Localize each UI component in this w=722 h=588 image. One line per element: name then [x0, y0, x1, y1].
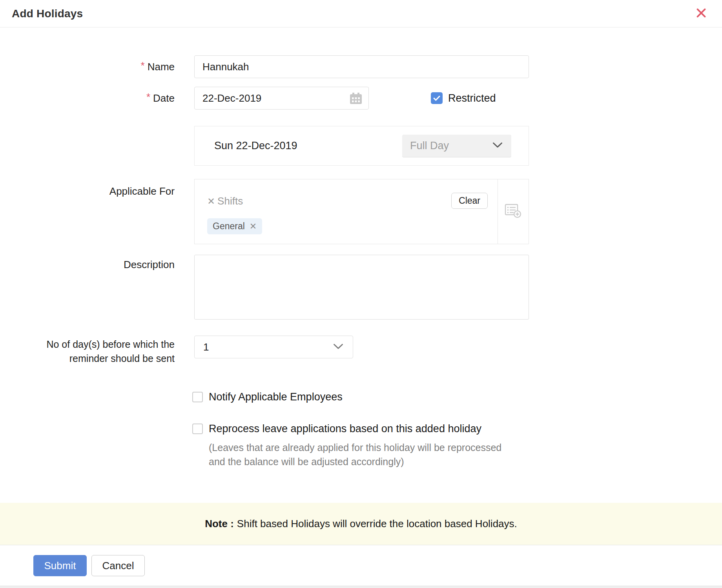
category-tag-label: Shifts — [217, 195, 243, 207]
submit-button[interactable]: Submit — [33, 555, 87, 576]
shifts-category-tag[interactable]: ✕ Shifts — [207, 195, 243, 207]
close-button[interactable] — [695, 7, 707, 20]
dialog-title: Add Holidays — [12, 7, 83, 20]
note-bar: Note :Shift based Holidays will override… — [0, 503, 722, 545]
reminder-days-dropdown[interactable]: 1 — [194, 336, 353, 358]
reminder-label: No of day(s) before which the reminder s… — [0, 336, 175, 365]
required-asterisk: * — [146, 91, 150, 103]
restricted-checkbox[interactable]: Restricted — [431, 92, 496, 104]
checkbox-checked-icon — [431, 92, 443, 104]
reminder-row: No of day(s) before which the reminder s… — [0, 336, 722, 365]
restricted-label: Restricted — [448, 92, 496, 104]
chip-remove-icon[interactable]: ✕ — [250, 221, 257, 232]
name-input[interactable] — [194, 55, 529, 78]
shift-chip-general[interactable]: General ✕ — [207, 218, 262, 234]
date-label: *Date — [0, 92, 175, 104]
holiday-form: *Name *Date — [0, 27, 722, 469]
applicable-for-row: Applicable For ✕ Shifts Clear — [0, 179, 722, 244]
required-asterisk: * — [141, 60, 145, 71]
chevron-down-icon — [333, 343, 343, 351]
description-textarea[interactable] — [194, 255, 529, 320]
close-icon — [695, 7, 707, 20]
reprocess-leave-checkbox[interactable]: Reprocess leave applications based on th… — [192, 423, 722, 435]
clear-button[interactable]: Clear — [451, 193, 488, 209]
applicable-for-box: ✕ Shifts Clear General ✕ — [194, 179, 529, 244]
date-row: *Date — [0, 87, 722, 110]
note-text: Note :Shift based Holidays will override… — [205, 518, 517, 530]
add-applicable-list-button[interactable] — [498, 179, 529, 244]
remove-category-icon[interactable]: ✕ — [207, 196, 215, 207]
holiday-day-panel: Sun 22-Dec-2019 Full Day — [194, 126, 529, 166]
cancel-button[interactable]: Cancel — [91, 555, 145, 576]
notify-employees-checkbox[interactable]: Notify Applicable Employees — [192, 391, 722, 403]
holiday-day-date: Sun 22-Dec-2019 — [214, 140, 402, 152]
dialog-footer: Submit Cancel — [0, 546, 722, 586]
dialog-bottom-edge — [0, 586, 722, 588]
description-label: Description — [0, 255, 175, 321]
applicable-for-label: Applicable For — [0, 179, 175, 244]
description-row: Description — [0, 255, 722, 321]
checkbox-unchecked-icon — [192, 392, 203, 402]
reprocess-hint-text: (Leaves that are already applied for thi… — [209, 440, 722, 469]
reminder-days-value: 1 — [203, 341, 333, 353]
checkbox-unchecked-icon — [192, 424, 203, 434]
add-holidays-dialog: Add Holidays *Name *Date — [0, 0, 722, 588]
date-input[interactable] — [194, 87, 369, 110]
add-list-icon — [504, 203, 522, 221]
chip-label: General — [213, 221, 245, 232]
note-prefix: Note : — [205, 518, 234, 530]
dialog-header: Add Holidays — [0, 0, 722, 27]
name-label: *Name — [0, 61, 175, 73]
chevron-down-icon — [492, 142, 503, 150]
day-type-dropdown[interactable]: Full Day — [402, 135, 511, 157]
name-row: *Name — [0, 55, 722, 78]
notify-employees-label: Notify Applicable Employees — [209, 391, 343, 403]
day-type-value: Full Day — [410, 140, 492, 152]
reprocess-leave-label: Reprocess leave applications based on th… — [209, 423, 481, 435]
